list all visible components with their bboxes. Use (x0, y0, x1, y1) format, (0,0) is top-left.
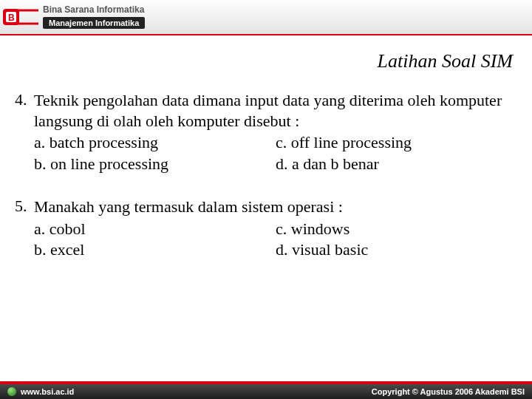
institution-name: Bina Sarana Informatika (43, 5, 145, 16)
page-title: Latihan Soal SIM (15, 50, 513, 72)
footer-url: www.bsi.ac.id (21, 387, 74, 396)
header-text: Bina Sarana Informatika Manajemen Inform… (43, 5, 145, 29)
question-4: 4. Teknik pengolahan data dimana input d… (15, 90, 517, 174)
option-c: c. off line processing (276, 132, 517, 154)
option-d: d. a dan b benar (276, 154, 517, 175)
option-d: d. visual basic (276, 239, 517, 261)
slide-content: Latihan Soal SIM 4. Teknik pengolahan da… (0, 35, 532, 261)
question-stem: Manakah yang termasuk dalam sistem opera… (34, 197, 517, 217)
globe-icon (7, 387, 16, 396)
slide-footer: www.bsi.ac.id Copyright © Agustus 2006 A… (0, 381, 532, 399)
question-number: 4. (15, 90, 34, 109)
program-name: Manajemen Informatika (43, 17, 145, 30)
slide-header: B Bina Sarana Informatika Manajemen Info… (0, 0, 532, 35)
option-a: a. batch processing (34, 132, 276, 154)
option-a: a. cobol (34, 219, 276, 240)
question-stem: Teknik pengolahan data dimana input data… (34, 90, 517, 131)
question-number: 5. (15, 197, 34, 216)
svg-text:B: B (8, 13, 15, 23)
option-c: c. windows (276, 219, 517, 240)
option-b: b. excel (34, 239, 276, 261)
question-5: 5. Manakah yang termasuk dalam sistem op… (15, 197, 517, 261)
bsi-logo: B (0, 0, 43, 34)
option-b: b. on line processing (34, 154, 276, 175)
footer-copyright: Copyright © Agustus 2006 Akademi BSI (372, 387, 525, 396)
